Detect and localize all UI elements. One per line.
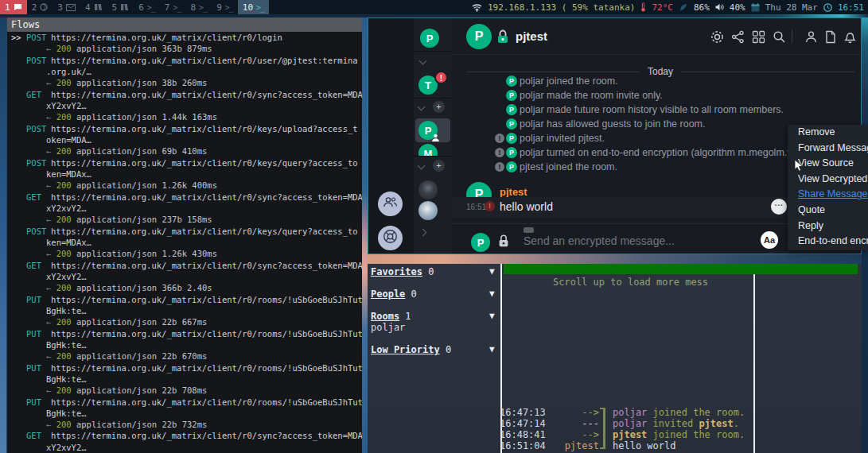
user-avatar[interactable]: P bbox=[420, 29, 439, 48]
state-event[interactable]: !Ppoljar made the room invite only. bbox=[495, 88, 856, 103]
flow-response: ← 200 application/json 1.44k 163ms bbox=[7, 111, 362, 122]
nicklist-separator[interactable] bbox=[753, 274, 755, 453]
workspace-8[interactable]: 8>_ bbox=[185, 0, 212, 14]
menu-item-quote[interactable]: Quote bbox=[788, 203, 868, 219]
settings-icon[interactable] bbox=[710, 30, 724, 47]
network-status: 192.168.1.133 ( 59% tatanka) bbox=[488, 2, 635, 13]
flow-url-wrap: ken=MDAx… bbox=[7, 168, 362, 180]
workspace-2[interactable]: 2 bbox=[27, 0, 53, 14]
room-group-header[interactable]: People 0▼ bbox=[371, 288, 500, 300]
state-event-text: poljar joined the room. bbox=[520, 76, 618, 87]
flow-method: GET bbox=[26, 430, 51, 441]
members-icon[interactable] bbox=[804, 30, 818, 47]
collapse-arrow-icon[interactable]: ▼ bbox=[489, 311, 495, 322]
room-avatar-image-1[interactable] bbox=[418, 180, 438, 199]
response-status: 200 bbox=[56, 146, 72, 156]
flow-method: POST bbox=[26, 55, 51, 66]
community-members-button[interactable] bbox=[378, 192, 403, 216]
workspace-label: 1 bbox=[5, 2, 10, 13]
room-group-header[interactable]: Rooms 1▼ bbox=[371, 311, 500, 322]
workspace-9[interactable]: 9>_ bbox=[212, 0, 238, 14]
menu-item-forward-message[interactable]: Forward Message bbox=[788, 141, 868, 157]
room-group-header[interactable]: Low Priority 0▼ bbox=[371, 344, 500, 355]
flow-method: PUT bbox=[26, 328, 51, 339]
state-event-text: poljar made the room invite only. bbox=[520, 90, 663, 101]
flow-method: GET bbox=[26, 192, 51, 203]
search-icon[interactable] bbox=[773, 30, 786, 47]
workspace-10[interactable]: 10>_ bbox=[238, 0, 269, 14]
collapse-invites-icon[interactable] bbox=[419, 57, 427, 65]
flow-url-wrap: BgHk:te… bbox=[7, 305, 362, 316]
collapse-arrow-icon[interactable]: ▼ bbox=[489, 288, 495, 300]
calendar-icon bbox=[751, 3, 760, 12]
apps-grid-icon[interactable] bbox=[752, 30, 765, 47]
explore-button[interactable] bbox=[378, 226, 403, 250]
flow-row[interactable]: PUThttps://termina.org.uk/_matrix/client… bbox=[7, 328, 362, 339]
workspace-label: 7 bbox=[165, 2, 170, 13]
response-arrow-icon: ← bbox=[46, 44, 56, 53]
workspace-1[interactable]: 1 bbox=[0, 0, 27, 14]
state-event[interactable]: !Ppoljar joined the room. bbox=[495, 74, 856, 88]
flow-row[interactable]: POSThttps://termina.org.uk/_matrix/clien… bbox=[7, 226, 362, 237]
format-toggle-button[interactable]: Aa bbox=[761, 231, 778, 249]
flow-row[interactable]: GEThttps://termina.org.uk/_matrix/client… bbox=[7, 89, 362, 100]
flow-row[interactable]: GEThttps://termina.org.uk/_matrix/client… bbox=[7, 260, 362, 271]
flow-row[interactable]: GEThttps://termina.org.uk/_matrix/client… bbox=[7, 192, 362, 203]
clock-display: 16:51 bbox=[838, 2, 864, 13]
log-message: pjtest joined the room. bbox=[613, 429, 745, 440]
files-icon[interactable] bbox=[824, 30, 837, 47]
response-arrow-icon: ← bbox=[46, 385, 56, 395]
flow-row[interactable]: POSThttps://termina.org.uk/_matrix/clien… bbox=[7, 55, 362, 66]
workspace-5[interactable]: 5 bbox=[107, 0, 134, 14]
flow-url: https://termina.org.uk/_matrix/client/r0… bbox=[51, 124, 358, 134]
flow-url: https://termina.org.uk/_matrix/client/r0… bbox=[51, 56, 358, 65]
flow-url-wrap: .org.uk/… bbox=[7, 66, 362, 77]
add-room-button-2[interactable]: + bbox=[433, 160, 445, 172]
flow-row[interactable]: POSThttps://termina.org.uk/_matrix/clien… bbox=[7, 157, 362, 168]
workspace-6[interactable]: 6>_ bbox=[134, 0, 160, 14]
flow-row[interactable]: PUThttps://termina.org.uk/_matrix/client… bbox=[7, 362, 362, 374]
notifications-bell-icon[interactable] bbox=[843, 30, 857, 47]
message-input[interactable]: Send an encrypted message... bbox=[524, 234, 675, 247]
room-item[interactable]: poljar bbox=[371, 322, 500, 333]
expand-more-icon[interactable] bbox=[419, 229, 427, 237]
menu-item-share-message[interactable]: Share Message bbox=[788, 187, 868, 203]
state-event[interactable]: !Ppoljar made future room history visibl… bbox=[495, 103, 856, 117]
collapse-arrow-icon[interactable]: ▼ bbox=[489, 344, 495, 355]
response-status: 200 bbox=[56, 180, 72, 190]
status-area: 192.168.1.133 ( 59% tatanka) 72°C 86% 40… bbox=[472, 2, 868, 13]
flow-method: PUT bbox=[26, 294, 51, 305]
flow-url: https://termina.org.uk/_matrix/client/r0… bbox=[51, 90, 362, 99]
collapse-rooms-icon[interactable] bbox=[418, 103, 426, 111]
flow-row[interactable]: >>POSThttps://termina.org.uk/_matrix/cli… bbox=[7, 32, 362, 43]
room-group: Low Priority 0▼ bbox=[371, 344, 500, 355]
flow-row[interactable]: PUThttps://termina.org.uk/_matrix/client… bbox=[7, 294, 362, 305]
flow-row[interactable]: PUThttps://termina.org.uk/_matrix/client… bbox=[7, 397, 362, 408]
group-name: Rooms bbox=[371, 311, 399, 322]
response-arrow-icon: ← bbox=[46, 317, 56, 327]
add-room-button[interactable]: + bbox=[433, 101, 445, 113]
collapse-arrow-icon[interactable]: ▼ bbox=[489, 266, 495, 277]
workspace-4[interactable]: 4 bbox=[80, 0, 107, 14]
flow-url-wrap: oken=MDA… bbox=[7, 134, 362, 145]
menu-item-remove[interactable]: Remove bbox=[788, 125, 868, 141]
response-status: 200 bbox=[56, 112, 72, 122]
workspace-3[interactable]: 3 bbox=[53, 0, 80, 14]
flow-row[interactable]: GEThttps://termina.org.uk/_matrix/client… bbox=[7, 430, 362, 441]
flow-method: POST bbox=[26, 123, 51, 134]
room-group-header[interactable]: Favorites 0▼ bbox=[371, 266, 500, 277]
flow-url: https://termina.org.uk/_matrix/client/r0… bbox=[51, 431, 362, 440]
message-options-button[interactable]: ··· bbox=[771, 199, 787, 215]
collapse-section-icon[interactable] bbox=[418, 162, 426, 170]
event-avatar: P bbox=[506, 90, 517, 101]
attachment-icon[interactable] bbox=[524, 227, 534, 233]
share-icon[interactable] bbox=[731, 30, 745, 47]
room-header-avatar[interactable]: P bbox=[466, 24, 492, 49]
workspace-7[interactable]: 7>_ bbox=[160, 0, 186, 14]
flow-row[interactable]: POSThttps://termina.org.uk/_matrix/clien… bbox=[7, 123, 362, 134]
menu-item-reply[interactable]: Reply bbox=[788, 219, 868, 234]
menu-item-end-to-end-encry[interactable]: End-to-end encry bbox=[788, 234, 868, 250]
room-avatar-image-2[interactable] bbox=[418, 201, 438, 220]
thermometer-icon bbox=[640, 2, 646, 12]
event-warning-icon: ! bbox=[495, 148, 504, 157]
